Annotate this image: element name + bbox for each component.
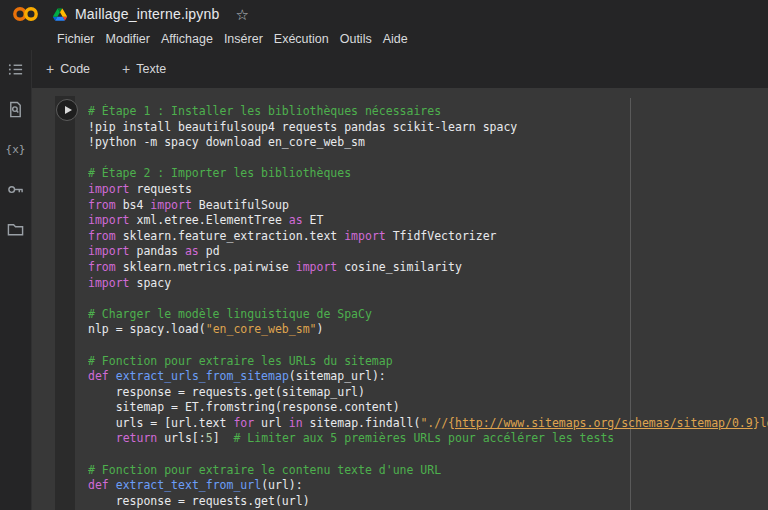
menu-execution[interactable]: Exécution (274, 32, 329, 46)
add-code-label: Code (60, 62, 90, 76)
menu-inserer[interactable]: Insérer (224, 32, 263, 46)
code-line: from sklearn.feature_extraction.text imp… (88, 229, 768, 245)
sidebar: {x} (0, 50, 32, 510)
files-button[interactable] (5, 220, 27, 238)
code-line: response = requests.get(url) (88, 494, 768, 510)
code-line: # Étape 2 : Importer les bibliothèques (88, 166, 768, 182)
notebook-area: # Étape 1 : Installer les bibliothèques … (32, 88, 768, 510)
code-line: import requests (88, 182, 768, 198)
code-line: !pip install beautifulsoup4 requests pan… (88, 120, 768, 136)
code-line (88, 338, 768, 354)
code-line: !python -m spacy download en_core_web_sm (88, 135, 768, 151)
code-line: # Charger le modèle linguistique de SpaC… (88, 307, 768, 323)
menu-modifier[interactable]: Modifier (106, 32, 150, 46)
menu-outils[interactable]: Outils (340, 32, 372, 46)
code-line: from bs4 import BeautifulSoup (88, 198, 768, 214)
plus-icon: + (122, 62, 130, 76)
code-line: urls = [url.text for url in sitemap.find… (88, 416, 768, 432)
drive-icon (53, 8, 67, 21)
menu-aide[interactable]: Aide (383, 32, 408, 46)
find-in-notebook-icon (7, 101, 24, 118)
plus-icon: + (46, 62, 54, 76)
table-of-contents-icon (7, 61, 24, 78)
run-cell-button[interactable] (56, 99, 78, 121)
code-line (88, 291, 768, 307)
code-line: # Fonction pour extraire les URLs du sit… (88, 354, 768, 370)
colab-logo-icon[interactable] (12, 6, 39, 22)
play-icon (65, 106, 72, 114)
code-line (88, 447, 768, 463)
code-line: def extract_text_from_url(url): (88, 478, 768, 494)
cell-gutter (55, 96, 75, 510)
notebook-title[interactable]: Maillage_interne.ipynb (75, 6, 220, 22)
variables-icon: {x} (6, 143, 26, 156)
code-line: nlp = spacy.load("en_core_web_sm") (88, 322, 768, 338)
table-of-contents-button[interactable] (5, 60, 27, 78)
variables-button[interactable]: {x} (5, 140, 27, 158)
code-editor[interactable]: # Étape 1 : Installer les bibliothèques … (88, 104, 768, 510)
menu-affichage[interactable]: Affichage (161, 32, 213, 46)
header: Maillage_interne.ipynb ☆ (0, 0, 768, 28)
code-line: sitemap = ET.fromstring(response.content… (88, 400, 768, 416)
code-line: import spacy (88, 276, 768, 292)
code-line: def extract_urls_from_sitemap(sitemap_ur… (88, 369, 768, 385)
code-line: import xml.etree.ElementTree as ET (88, 213, 768, 229)
code-line: response = requests.get(sitemap_url) (88, 385, 768, 401)
code-line: # Fonction pour extraire le contenu text… (88, 463, 768, 479)
code-line: return urls[:5] # Limiter aux 5 première… (88, 431, 768, 447)
star-icon[interactable]: ☆ (236, 7, 249, 22)
find-in-notebook-button[interactable] (5, 100, 27, 118)
add-text-label: Texte (136, 62, 166, 76)
code-line: # Étape 1 : Installer les bibliothèques … (88, 104, 768, 120)
secrets-button[interactable] (5, 180, 27, 198)
menu-fichier[interactable]: Fichier (57, 32, 95, 46)
code-line (88, 151, 768, 167)
add-text-button[interactable]: + Texte (114, 58, 174, 80)
code-line: from sklearn.metrics.pairwise import cos… (88, 260, 768, 276)
key-icon (7, 181, 24, 198)
colab-window: Maillage_interne.ipynb ☆ Fichier Modifie… (0, 0, 768, 510)
code-line: import pandas as pd (88, 244, 768, 260)
menubar: Fichier Modifier Affichage Insérer Exécu… (0, 28, 768, 50)
folder-icon (7, 221, 24, 238)
add-code-button[interactable]: + Code (38, 58, 98, 80)
cell-toolbar: + Code + Texte (32, 50, 768, 88)
